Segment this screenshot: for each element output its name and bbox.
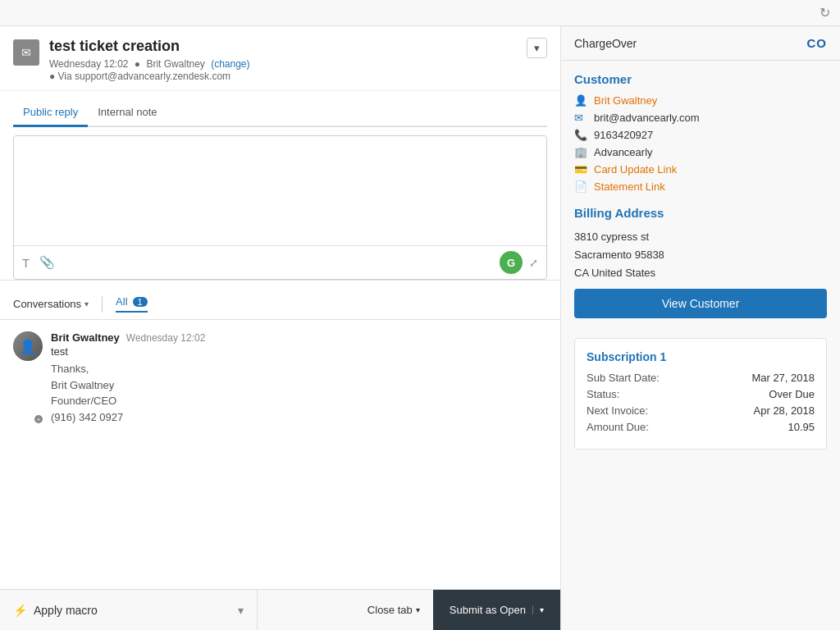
- card-update-link-row: 💳 Card Update Link: [574, 163, 827, 176]
- conversations-divider: [102, 296, 103, 313]
- conversations-bar: Conversations ▾ All 1: [0, 289, 560, 320]
- reply-compose-box: T 📎 G ⤢: [13, 135, 547, 280]
- conversation-subject: test: [51, 345, 547, 358]
- statement-link[interactable]: Statement Link: [594, 180, 665, 193]
- customer-email: brit@advancearly.com: [594, 112, 700, 124]
- bottom-bar: ⚡ Apply macro ▾ Close tab ▾ Submit as Op…: [0, 589, 560, 630]
- email-icon: ✉: [574, 112, 587, 124]
- conversation-author: Brit Gwaltney: [51, 331, 120, 344]
- close-tab-button[interactable]: Close tab ▾: [354, 590, 433, 630]
- billing-line3: CA United States: [574, 264, 827, 282]
- refresh-icon[interactable]: ↻: [819, 5, 830, 21]
- avatar-badge: +: [33, 413, 44, 425]
- submit-chevron: ▾: [532, 605, 544, 614]
- statement-icon: 📄: [574, 180, 587, 193]
- apply-macro-label: Apply macro: [34, 604, 98, 617]
- ticket-type-icon: ✉: [13, 39, 39, 66]
- reply-section: Public reply Internal note T 📎 G ⤢: [0, 91, 560, 281]
- customer-email-row: ✉ brit@advancearly.com: [574, 112, 827, 124]
- conversations-label: Conversations: [13, 298, 81, 310]
- conversations-button[interactable]: Conversations ▾: [13, 298, 89, 310]
- list-item: 👤 + Brit Gwaltney Wednesday 12:02 test T…: [13, 331, 547, 425]
- amount-due-value: 10.95: [788, 421, 815, 433]
- amount-due-label: Amount Due:: [587, 421, 649, 433]
- ticket-dropdown-button[interactable]: ▾: [527, 38, 547, 58]
- sub-start-label: Sub Start Date:: [587, 372, 660, 384]
- status-label: Status:: [587, 388, 619, 400]
- customer-phone: 9163420927: [594, 129, 653, 141]
- format-text-icon[interactable]: T: [22, 256, 30, 270]
- next-invoice-label: Next Invoice:: [587, 404, 648, 417]
- right-panel-content: Customer 👤 Brit Gwaltney ✉ brit@advancea…: [561, 61, 840, 463]
- all-tab-badge: 1: [133, 297, 148, 307]
- customer-name-row: 👤 Brit Gwaltney: [574, 94, 827, 107]
- bolt-icon: ⚡: [13, 604, 27, 617]
- subscription-title: Subscription 1: [587, 350, 815, 363]
- conversation-list: 👤 + Brit Gwaltney Wednesday 12:02 test T…: [0, 320, 560, 589]
- sub-start-value: Mar 27, 2018: [751, 372, 815, 384]
- via-text: ● Via support@advancearly.zendesk.com: [49, 71, 231, 82]
- conversation-body: Brit Gwaltney Wednesday 12:02 test Thank…: [51, 331, 547, 425]
- chargeover-header: ChargeOver CO: [561, 26, 840, 61]
- sub-next-invoice-row: Next Invoice: Apr 28, 2018: [587, 404, 815, 417]
- macro-chevron: ▾: [238, 604, 244, 617]
- submit-label: Submit as Open: [450, 604, 526, 616]
- tab-all[interactable]: All 1: [116, 295, 148, 313]
- billing-section: Billing Address 3810 cypress st Sacramen…: [574, 206, 827, 325]
- conversation-header: Brit Gwaltney Wednesday 12:02: [51, 331, 547, 344]
- statement-link-row: 📄 Statement Link: [574, 180, 827, 193]
- billing-line1: 3810 cypress st: [574, 228, 827, 246]
- conversation-text: Thanks, Brit Gwaltney Founder/CEO (916) …: [51, 361, 547, 425]
- chargeover-title: ChargeOver: [574, 37, 637, 50]
- building-icon: 🏢: [574, 146, 587, 158]
- billing-line2: Sacramento 95838: [574, 246, 827, 264]
- customer-company-row: 🏢 Advancearly: [574, 146, 827, 158]
- bottom-right-actions: Close tab ▾ Submit as Open ▾: [354, 590, 560, 630]
- right-panel: ChargeOver CO Customer 👤 Brit Gwaltney ✉…: [561, 26, 840, 630]
- sub-status-row: Status: Over Due: [587, 388, 815, 400]
- apply-macro-button[interactable]: ⚡ Apply macro ▾: [0, 590, 258, 630]
- all-tab-label: All: [116, 295, 127, 308]
- card-icon: 💳: [574, 163, 587, 176]
- avatar-wrap: 👤 +: [13, 331, 43, 425]
- reply-tabs: Public reply Internal note: [13, 99, 547, 127]
- compose-textarea[interactable]: [14, 136, 546, 243]
- ticket-title: test ticket creation: [49, 38, 250, 55]
- sub-start-row: Sub Start Date: Mar 27, 2018: [587, 372, 815, 384]
- tab-public-reply[interactable]: Public reply: [13, 99, 88, 127]
- status-value: Over Due: [769, 388, 815, 400]
- billing-address: 3810 cypress st Sacramento 95838 CA Unit…: [574, 228, 827, 282]
- phone-icon: 📞: [574, 129, 587, 141]
- customer-section-title: Customer: [574, 72, 827, 86]
- g-icon[interactable]: G: [500, 251, 523, 274]
- subscription-card: Subscription 1 Sub Start Date: Mar 27, 2…: [574, 338, 827, 450]
- submit-button[interactable]: Submit as Open ▾: [433, 590, 560, 630]
- person-icon: 👤: [574, 94, 587, 107]
- billing-section-title: Billing Address: [574, 206, 827, 220]
- view-customer-button[interactable]: View Customer: [574, 289, 827, 318]
- co-logo: CO: [807, 36, 828, 50]
- conversation-time: Wednesday 12:02: [126, 332, 206, 344]
- card-update-link[interactable]: Card Update Link: [594, 163, 677, 176]
- compose-toolbar: T 📎 G ⤢: [14, 245, 546, 279]
- close-tab-label: Close tab: [368, 604, 413, 616]
- close-tab-chevron: ▾: [416, 605, 420, 614]
- customer-section: Customer 👤 Brit Gwaltney ✉ brit@advancea…: [574, 72, 827, 193]
- conversations-chevron: ▾: [84, 299, 89, 308]
- customer-phone-row: 📞 9163420927: [574, 129, 827, 141]
- sub-amount-due-row: Amount Due: 10.95: [587, 421, 815, 433]
- customer-name-link[interactable]: Brit Gwaltney: [594, 94, 657, 107]
- tab-internal-note[interactable]: Internal note: [88, 99, 167, 127]
- attach-icon[interactable]: 📎: [39, 255, 55, 270]
- avatar: 👤: [13, 331, 43, 361]
- next-invoice-value: Apr 28, 2018: [754, 404, 815, 417]
- customer-company: Advancearly: [594, 146, 653, 158]
- expand-icon[interactable]: ⤢: [529, 257, 538, 269]
- ticket-meta: Wednesday 12:02 ● Brit Gwaltney (change): [49, 58, 250, 70]
- ticket-header: ✉ test ticket creation Wednesday 12:02 ●…: [0, 26, 560, 91]
- compose-tools: T 📎: [22, 255, 55, 270]
